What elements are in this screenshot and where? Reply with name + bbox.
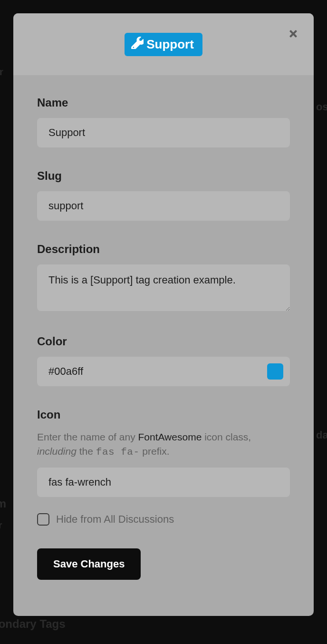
hide-checkbox-label: Hide from All Discussions xyxy=(56,513,174,526)
modal-header: Support xyxy=(13,13,314,75)
name-group: Name xyxy=(37,96,290,147)
background-text: os xyxy=(316,101,327,113)
slug-input[interactable] xyxy=(37,191,290,221)
close-button[interactable] xyxy=(286,28,300,42)
icon-label: Icon xyxy=(37,408,290,421)
save-changes-button[interactable]: Save Changes xyxy=(37,548,141,580)
slug-group: Slug xyxy=(37,169,290,221)
color-swatch[interactable] xyxy=(267,363,283,380)
color-label: Color xyxy=(37,335,290,348)
icon-help-text: Enter the name of any FontAwesome icon c… xyxy=(37,430,290,460)
background-text: da xyxy=(316,429,327,441)
icon-input[interactable] xyxy=(37,468,290,497)
hide-checkbox[interactable] xyxy=(37,513,49,526)
description-group: Description This is a [Support] tag crea… xyxy=(37,243,290,313)
name-label: Name xyxy=(37,96,290,109)
close-icon xyxy=(288,29,298,41)
background-text: im xyxy=(0,497,6,510)
slug-label: Slug xyxy=(37,169,290,183)
icon-group: Icon Enter the name of any FontAwesome i… xyxy=(37,408,290,497)
tag-preview-label: Support xyxy=(146,37,194,52)
description-label: Description xyxy=(37,243,290,256)
color-group: Color xyxy=(37,335,290,386)
tag-preview-badge: Support xyxy=(125,33,202,56)
background-text: econdary Tags xyxy=(0,617,66,631)
name-input[interactable] xyxy=(37,118,290,147)
modal-body: Name Slug Description This is a [Support… xyxy=(13,75,314,616)
background-text: xir xyxy=(0,520,2,531)
color-input[interactable] xyxy=(37,357,267,386)
wrench-icon xyxy=(131,37,144,52)
description-input[interactable]: This is a [Support] tag creation example… xyxy=(37,264,290,311)
hide-checkbox-row[interactable]: Hide from All Discussions xyxy=(37,513,290,526)
background-text: rar xyxy=(0,67,3,78)
edit-tag-modal: Support Name Slug Description This is a … xyxy=(13,13,314,616)
color-input-row xyxy=(37,357,290,386)
